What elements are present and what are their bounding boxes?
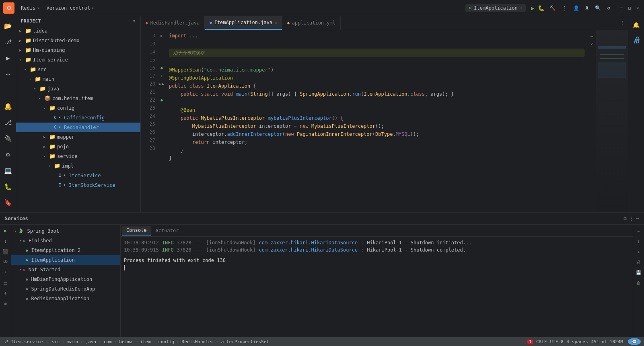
tab-redis-handler[interactable]: ● RedisHandler.java <box>141 16 205 30</box>
maximize-button[interactable]: □ <box>626 5 633 11</box>
git-branch[interactable]: Item-service <box>11 339 43 344</box>
list-item[interactable]: ▾ 📦 com.heima.item <box>16 94 140 103</box>
more-button[interactable]: ⋮ <box>560 4 568 12</box>
fold-icon[interactable]: ▶ <box>160 34 163 38</box>
activity-bookmarks[interactable]: 🔖 <box>1 195 15 210</box>
activity-git-bottom[interactable]: ⎇ <box>1 115 15 129</box>
indent[interactable]: 4 spaces <box>567 339 588 344</box>
svc-item-app-label: ItemApplication <box>31 256 74 264</box>
line-ending[interactable]: CRLF <box>536 339 547 344</box>
svc-spring-data-label: SpringDataRedisDemoApp <box>31 285 95 293</box>
tab-console[interactable]: Console <box>122 226 151 235</box>
chat-button[interactable]: 💬 <box>628 338 641 345</box>
arrow-icon: ▾ <box>43 152 49 160</box>
services-menu-icon[interactable]: ⋮ <box>629 216 634 221</box>
build-button[interactable]: 🔨 <box>548 4 557 12</box>
project-panel-header: Project ▾ <box>16 16 140 26</box>
list-item[interactable]: ▶ 📁 Distributed-demo <box>16 36 140 45</box>
translate-icon[interactable]: A <box>584 4 590 12</box>
code-content[interactable]: import ... 用于分布式缓存 @MapperScan("com.heim… <box>166 30 588 212</box>
fold-icon[interactable]: ▾ <box>160 74 163 78</box>
svc-item-spring-boot[interactable]: ▾ 🍃 Spring Boot <box>11 226 120 236</box>
fold-icon[interactable]: ▶ <box>159 82 161 86</box>
activity-debug[interactable]: 🐛 <box>1 179 15 194</box>
panel-chevron-icon[interactable]: ▾ <box>133 18 136 24</box>
activity-plugins[interactable]: 🔌 <box>1 131 15 145</box>
svc-item-redis-demo[interactable]: ● RedisDemoApplication <box>11 294 120 303</box>
separator: › <box>135 339 138 344</box>
run-configuration[interactable]: ⚙ ItemApplication ▾ <box>465 4 526 12</box>
svc-filter-btn[interactable]: ⚡ <box>1 268 10 277</box>
tab-item-application[interactable]: ● ItemApplication.java ✕ <box>205 16 282 30</box>
list-item[interactable]: ▶ 📁 Hm-dianping <box>16 45 140 55</box>
activity-terminal[interactable]: 💻 <box>1 163 15 178</box>
run-icon[interactable]: ▶ <box>162 82 164 86</box>
tab-close-button[interactable]: ✕ <box>275 20 277 25</box>
svc-idle-icon: ● <box>26 285 28 293</box>
tab-menu-button[interactable]: ⋮ <box>617 20 628 26</box>
right-panel-notifications[interactable]: 🔔 <box>629 18 644 32</box>
menu-vcs[interactable]: Version control ▾ <box>43 4 97 12</box>
list-item[interactable]: C • CaffeineConfig <box>16 113 140 123</box>
svc-item-spring-data-redis[interactable]: ● SpringDataRedisDemoApp <box>11 284 120 294</box>
list-item[interactable]: ▶ 📁 mapper <box>16 132 140 142</box>
svc-item-item-app-2[interactable]: ● ItemApplication 2 <box>11 246 120 255</box>
expand-icon[interactable]: ⊡ <box>624 216 627 221</box>
list-item[interactable]: ▾ 📁 java <box>16 84 140 94</box>
cr-up-btn[interactable]: ↑ <box>634 237 643 246</box>
svc-item-finished[interactable]: ▾ ⚙ Finished <box>11 236 120 246</box>
position: 451 of 1024M <box>591 339 623 344</box>
svc-stop-btn[interactable]: ⬛ <box>1 247 10 256</box>
list-item[interactable]: ▾ 📁 src <box>16 65 140 74</box>
debug-button[interactable]: 🐛 <box>538 5 545 11</box>
tab-application-yml[interactable]: ● application.yml <box>282 16 341 30</box>
list-item[interactable]: I • ItemService <box>16 171 140 180</box>
code-line <box>169 162 584 170</box>
cr-clear-btn[interactable]: 🗑 <box>634 278 643 287</box>
file-label: mapper <box>57 133 74 141</box>
svc-run-btn[interactable]: ▶ <box>1 226 10 235</box>
list-item[interactable]: ▶ 📁 pojo <box>16 142 140 152</box>
activity-settings-bottom[interactable]: ⚙ <box>1 147 15 162</box>
activity-notifications[interactable]: 🔔 <box>1 99 15 113</box>
error-icon: ⚠ <box>521 339 524 344</box>
list-item[interactable]: ▾ 📁 impl <box>16 161 140 171</box>
breadcrumb-com: com <box>104 339 112 344</box>
menu-redis[interactable]: Redis ▾ <box>18 4 43 12</box>
cr-save-btn[interactable]: 💾 <box>634 268 643 277</box>
svc-toggle-btn[interactable]: ↕ <box>1 237 10 246</box>
list-item[interactable]: ▾ 📁 config <box>16 103 140 113</box>
list-item[interactable]: I • ItemStockService <box>16 180 140 190</box>
services-close-icon[interactable]: ─ <box>636 216 639 221</box>
activity-run[interactable]: ▶ <box>1 51 15 65</box>
svc-item-item-app[interactable]: ● ItemApplication <box>11 255 120 265</box>
minimize-button[interactable]: ─ <box>618 5 625 11</box>
svc-add-all-btn[interactable]: ⊕ <box>1 299 10 308</box>
list-item[interactable]: ▾ 📁 Item-service <box>16 55 140 65</box>
minimap-content <box>596 30 628 212</box>
svc-item-not-started[interactable]: ▾ ⚙ Not Started <box>11 265 120 274</box>
file-label: Hm-dianping <box>33 46 65 54</box>
finished-status-icon: ⚙ <box>23 237 25 245</box>
activity-git[interactable]: ⎇ <box>1 35 15 49</box>
svc-watch-btn[interactable]: 👁 <box>1 258 10 266</box>
list-item[interactable]: ▾ 📁 service <box>16 152 140 161</box>
list-item[interactable]: ▶ 📁 .idea <box>16 26 140 36</box>
cr-wrap-btn[interactable]: ≡ <box>634 226 643 235</box>
svc-item-hm-dianping[interactable]: ● HmDianPingApplication <box>11 274 120 284</box>
list-item[interactable]: ▾ 📁 main <box>16 74 140 84</box>
activity-project[interactable]: 📂 <box>1 18 15 33</box>
tab-actuator[interactable]: Actuator <box>152 226 183 235</box>
search-icon[interactable]: 🔍 <box>593 4 603 12</box>
svc-config-btn[interactable]: ☰ <box>1 278 10 287</box>
profile-icon[interactable]: 👤 <box>572 4 581 12</box>
activity-more[interactable]: ⋯ <box>1 67 15 81</box>
encoding[interactable]: UTF-8 <box>550 339 563 344</box>
cr-down-btn[interactable]: ↓ <box>634 247 643 256</box>
svc-add-btn[interactable]: + <box>1 289 10 298</box>
list-item[interactable]: C • RedisHandler <box>16 123 140 132</box>
settings-icon[interactable]: ⚙ <box>606 4 612 12</box>
run-button[interactable]: ▶ <box>531 5 534 11</box>
cr-print-btn[interactable]: 🖨 <box>634 258 643 266</box>
close-button[interactable]: ✕ <box>634 5 641 11</box>
